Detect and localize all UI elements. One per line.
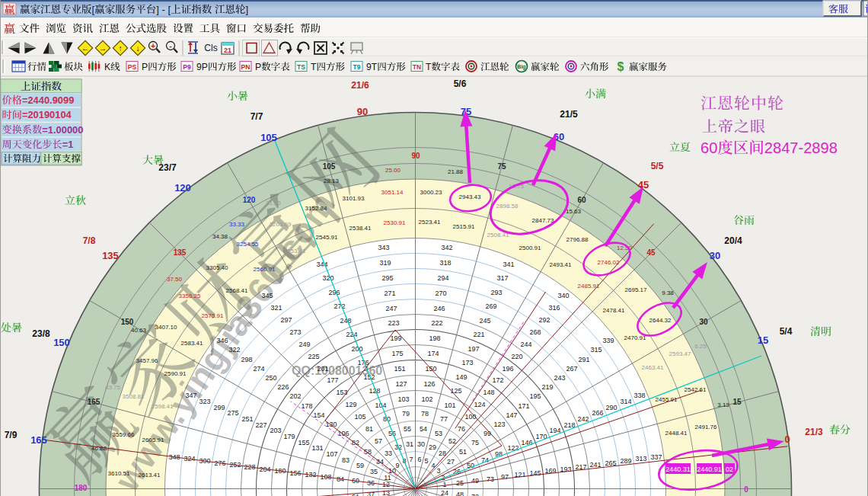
svg-text:20/4: 20/4 [724, 235, 742, 246]
svg-text:3305.40: 3305.40 [206, 264, 228, 271]
svg-text:33.33: 33.33 [229, 221, 245, 228]
svg-text:106: 106 [337, 430, 349, 437]
svg-text:Big: Big [517, 64, 525, 70]
svg-text:105: 105 [323, 162, 336, 171]
svg-text:225: 225 [308, 353, 319, 360]
svg-text:202: 202 [289, 392, 301, 400]
svg-text:155: 155 [298, 439, 309, 446]
svg-text:2545.91: 2545.91 [316, 234, 338, 241]
svg-text:PS: PS [128, 63, 137, 71]
svg-text:45: 45 [638, 179, 649, 190]
svg-text:2583.41: 2583.41 [181, 340, 203, 347]
svg-text:245: 245 [479, 317, 490, 325]
svg-text:120: 120 [243, 196, 256, 204]
svg-text:5/5: 5/5 [651, 161, 664, 171]
svg-text:2575.91: 2575.91 [202, 312, 224, 319]
svg-text:9.38: 9.38 [662, 290, 674, 296]
svg-text:319: 319 [379, 259, 391, 267]
svg-text:2500.91: 2500.91 [519, 245, 541, 251]
svg-text:53: 53 [435, 430, 442, 437]
svg-text:127: 127 [395, 380, 407, 388]
svg-text:=1: =1 [62, 139, 74, 150]
svg-text:6: 6 [417, 456, 421, 463]
svg-text:268: 268 [529, 328, 541, 336]
svg-text:200: 200 [351, 345, 362, 353]
svg-text:316: 316 [548, 304, 560, 312]
svg-text:30: 30 [699, 318, 708, 326]
svg-text:54: 54 [420, 425, 427, 433]
svg-text:TS: TS [297, 63, 305, 71]
svg-text:267: 267 [566, 365, 577, 373]
svg-text:3457.96: 3457.96 [136, 357, 158, 364]
svg-text:2598.41: 2598.41 [152, 403, 174, 410]
svg-text:296: 296 [328, 289, 340, 296]
svg-text:153: 153 [336, 389, 347, 396]
svg-text:2530.91: 2530.91 [384, 219, 406, 226]
svg-text:72: 72 [471, 493, 479, 496]
svg-text:151: 151 [394, 365, 405, 373]
svg-text:4: 4 [431, 462, 435, 469]
svg-text:290: 290 [605, 404, 617, 411]
svg-text:2644.32: 2644.32 [649, 317, 672, 324]
svg-text:PN: PN [241, 63, 251, 71]
svg-text:45: 45 [646, 248, 656, 257]
svg-text:15: 15 [732, 398, 742, 406]
svg-text:2898.58: 2898.58 [496, 203, 519, 210]
svg-text:2847.73: 2847.73 [532, 217, 554, 224]
svg-text:179: 179 [283, 433, 295, 440]
svg-text:125: 125 [450, 387, 461, 395]
svg-text:105: 105 [354, 413, 365, 421]
svg-text:15: 15 [758, 334, 768, 346]
svg-text:250: 250 [265, 374, 276, 382]
svg-text:37.50: 37.50 [167, 276, 183, 283]
svg-text:2590.91: 2590.91 [164, 370, 187, 377]
svg-text:35: 35 [370, 468, 378, 475]
svg-text:3.13: 3.13 [717, 402, 729, 408]
svg-text:40.63: 40.63 [131, 327, 147, 334]
svg-text:2491.76: 2491.76 [695, 424, 717, 430]
svg-text:2485.91: 2485.91 [578, 283, 600, 290]
svg-text:78: 78 [421, 410, 429, 418]
svg-text:↑: ↑ [118, 43, 122, 53]
svg-text:345: 345 [261, 292, 273, 299]
svg-text:7/8: 7/8 [83, 235, 96, 246]
svg-text:T: T [426, 62, 432, 72]
svg-text:147: 147 [506, 411, 517, 419]
svg-text:219: 219 [541, 383, 553, 391]
svg-text:31.25: 31.25 [266, 200, 282, 206]
svg-text:3508.81: 3508.81 [123, 393, 145, 400]
svg-text:323: 323 [199, 398, 210, 405]
svg-text:220: 220 [511, 353, 522, 360]
svg-text:347: 347 [185, 392, 196, 399]
svg-text:P9: P9 [183, 63, 191, 71]
svg-text:83: 83 [342, 456, 349, 464]
svg-text:T: T [311, 62, 317, 72]
svg-text:273: 273 [289, 328, 301, 336]
svg-text:244: 244 [520, 341, 531, 348]
svg-text:2847-2898: 2847-2898 [764, 139, 838, 156]
svg-text:5/6: 5/6 [454, 78, 467, 89]
svg-text:149: 149 [455, 373, 467, 381]
svg-text:2943.43: 2943.43 [459, 194, 481, 200]
svg-text:227: 227 [255, 421, 266, 429]
svg-text:177: 177 [327, 376, 338, 384]
svg-text:221: 221 [473, 331, 484, 338]
svg-text:289: 289 [620, 457, 631, 465]
svg-text:135: 135 [174, 248, 187, 257]
svg-text:148: 148 [483, 389, 494, 396]
svg-text:266: 266 [592, 409, 603, 417]
svg-text:165: 165 [88, 398, 101, 406]
svg-text:291: 291 [578, 356, 589, 363]
svg-text:0: 0 [744, 485, 748, 494]
svg-text:1: 1 [442, 481, 446, 488]
svg-text:48: 48 [456, 491, 464, 496]
svg-text:178: 178 [301, 402, 312, 410]
svg-text:-: - [169, 41, 172, 50]
svg-text:+: + [151, 41, 155, 50]
svg-text:322: 322 [228, 346, 240, 354]
svg-text:129: 129 [345, 401, 356, 408]
svg-text:2440.91: 2440.91 [697, 466, 722, 473]
svg-text:274: 274 [253, 365, 264, 373]
svg-text:=2440.9099: =2440.9099 [22, 94, 74, 106]
svg-text:29: 29 [429, 443, 436, 451]
